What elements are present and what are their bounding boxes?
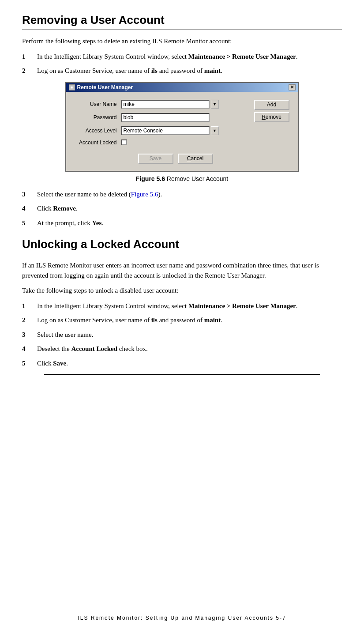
- dialog-label-username: User Name: [75, 101, 121, 107]
- footer-text: ILS Remote Monitor: Setting Up and Manag…: [78, 615, 286, 621]
- step-3-content: Select the user name to be deleted (Figu…: [37, 189, 342, 200]
- dialog-wrapper: ■ Remote User Manager ✕ User Name ▼: [22, 82, 342, 182]
- dialog-remove-button[interactable]: Remove: [254, 112, 289, 122]
- step-2: 2 Log on as Customer Service, user name …: [22, 66, 342, 76]
- dialog-row-accesslevel: Access Level ▼: [75, 126, 245, 135]
- dialog-label-accountlocked: Account Locked: [75, 139, 121, 146]
- dialog-cancel-label: Cancel: [187, 155, 203, 162]
- dialog-fields-and-buttons: User Name ▼ Password: [75, 100, 289, 150]
- dialog-bottom-buttons: Save Cancel: [75, 154, 289, 164]
- dialog-field-accesslevel: ▼: [121, 126, 219, 135]
- s2-step-3: 3 Select the user name.: [22, 330, 342, 340]
- dialog-row-accountlocked: Account Locked: [75, 139, 245, 146]
- dialog-add-label: Add: [267, 102, 276, 108]
- section1-rule: [22, 30, 342, 30]
- dialog-label-accesslevel: Access Level: [75, 128, 121, 134]
- dialog-input-password[interactable]: [121, 113, 210, 122]
- step-5-num: 5: [22, 218, 35, 228]
- dialog-input-username[interactable]: [121, 100, 210, 109]
- section2-title: Unlocking a Locked Account: [22, 237, 342, 251]
- section1-intro: Perform the following steps to delete an…: [22, 36, 342, 46]
- step-1-num: 1: [22, 52, 35, 62]
- s2-step-3-content: Select the user name.: [37, 330, 342, 340]
- s2-step-1-content: In the Intelligent Library System Contro…: [37, 301, 342, 311]
- s2-step-4-num: 4: [22, 344, 35, 354]
- section1-steps-after: 3 Select the user name to be deleted (Fi…: [22, 189, 342, 228]
- dialog-body: User Name ▼ Password: [66, 92, 298, 171]
- dialog-checkbox-accountlocked[interactable]: [121, 139, 127, 145]
- dialog-save-label: Save: [150, 155, 161, 162]
- footer-rule: [44, 374, 320, 375]
- dialog-fields: User Name ▼ Password: [75, 100, 245, 150]
- s2-step-1-num: 1: [22, 301, 35, 311]
- step-4: 4 Click Remove.: [22, 203, 342, 214]
- s2-step-1: 1 In the Intelligent Library System Cont…: [22, 301, 342, 311]
- step-3: 3 Select the user name to be deleted (Fi…: [22, 189, 342, 200]
- s2-step-3-num: 3: [22, 330, 35, 340]
- dialog-remove-label: Remove: [262, 114, 281, 120]
- step-4-content: Click Remove.: [37, 203, 342, 214]
- figure-label: Figure 5.6: [136, 175, 165, 182]
- dialog-field-password: [121, 113, 210, 122]
- s2-step-4-bold: Account Locked: [71, 345, 117, 352]
- dialog-right-buttons: Add Remove: [254, 100, 289, 122]
- dialog-close-button[interactable]: ✕: [289, 84, 296, 90]
- dialog-row-username: User Name ▼: [75, 100, 245, 109]
- s2-step-4-content: Deselect the Account Locked check box.: [37, 344, 342, 354]
- s2-step-2: 2 Log on as Customer Service, user name …: [22, 315, 342, 325]
- s2-step-2-num: 2: [22, 315, 35, 325]
- dialog-titlebar-left: ■ Remote User Manager: [69, 84, 133, 90]
- step-1-bold: Maintenance > Remote User Manager: [188, 53, 296, 60]
- dialog-row-password: Password: [75, 113, 245, 122]
- dialog-save-button[interactable]: Save: [138, 154, 173, 164]
- dialog-title: Remote User Manager: [77, 84, 133, 90]
- s2-step-5-bold: Save: [53, 360, 66, 367]
- step-1-content: In the Intelligent Library System Contro…: [37, 52, 342, 62]
- step-1: 1 In the Intelligent Library System Cont…: [22, 52, 342, 62]
- dialog-cancel-button[interactable]: Cancel: [178, 154, 213, 164]
- s2-step-4: 4 Deselect the Account Locked check box.: [22, 344, 342, 354]
- figure-caption-text: Remove User Account: [165, 175, 228, 182]
- step-2-bold1: ils: [151, 67, 158, 74]
- step-5-bold: Yes: [92, 219, 102, 226]
- section2-steps: 1 In the Intelligent Library System Cont…: [22, 301, 342, 369]
- page-footer: ILS Remote Monitor: Setting Up and Manag…: [0, 615, 364, 621]
- section2-intro2: Take the following steps to unlock a dis…: [22, 286, 342, 296]
- s2-step-2-content: Log on as Customer Service, user name of…: [37, 315, 342, 325]
- section2-rule: [22, 254, 342, 254]
- dialog-add-button[interactable]: Add: [254, 100, 289, 110]
- s2-step-1-bold: Maintenance > Remote User Manager: [188, 302, 296, 309]
- step-5-content: At the prompt, click Yes.: [37, 218, 342, 228]
- s2-step-2-bold2: maint: [204, 316, 221, 324]
- step-4-num: 4: [22, 203, 35, 214]
- figure-caption: Figure 5.6 Remove User Account: [136, 175, 228, 182]
- step-3-num: 3: [22, 189, 35, 200]
- step-2-bold2: maint: [204, 67, 221, 74]
- dialog-input-accesslevel[interactable]: [121, 126, 210, 135]
- s2-step-5-num: 5: [22, 358, 35, 369]
- s2-step-2-bold1: ils: [151, 316, 158, 324]
- step-2-num: 2: [22, 66, 35, 76]
- s2-step-5-content: Click Save.: [37, 358, 342, 369]
- dialog-label-password: Password: [75, 114, 121, 121]
- dialog-app-icon: ■: [69, 84, 75, 90]
- step-5: 5 At the prompt, click Yes.: [22, 218, 342, 228]
- dialog-dropdown-username[interactable]: ▼: [211, 100, 219, 109]
- step-2-content: Log on as Customer Service, user name of…: [37, 66, 342, 76]
- step-4-bold: Remove: [53, 205, 76, 212]
- section1-steps: 1 In the Intelligent Library System Cont…: [22, 52, 342, 76]
- section2-intro1: If an ILS Remote Monitor user enters an …: [22, 260, 342, 280]
- s2-step-5: 5 Click Save.: [22, 358, 342, 369]
- dialog-dropdown-accesslevel[interactable]: ▼: [211, 126, 219, 135]
- dialog-titlebar: ■ Remote User Manager ✕: [66, 83, 298, 92]
- dialog-field-accountlocked: [121, 139, 127, 145]
- dialog-field-username: ▼: [121, 100, 219, 109]
- figure-5-6-link[interactable]: Figure 5.6: [131, 191, 158, 198]
- section1-title: Removing a User Account: [22, 13, 342, 27]
- dialog-box: ■ Remote User Manager ✕ User Name ▼: [65, 82, 299, 172]
